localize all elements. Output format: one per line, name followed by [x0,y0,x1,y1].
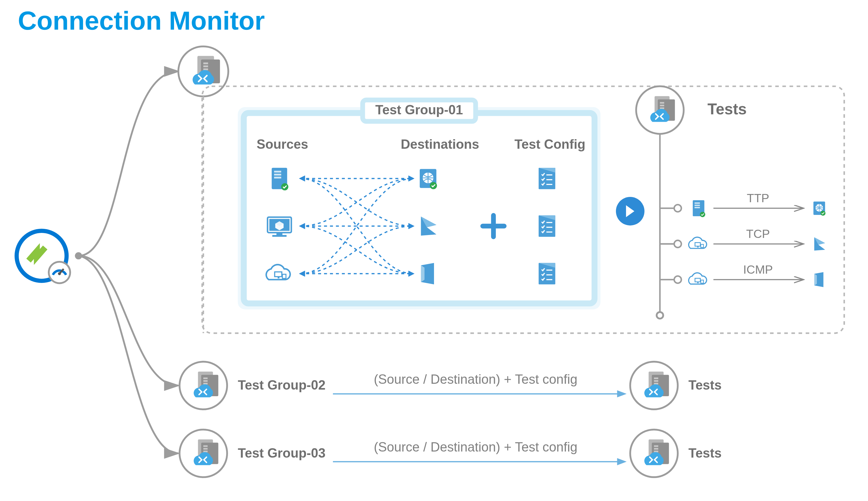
col-config: Test Config [514,137,585,151]
protocol-ttp: TTP [747,191,769,205]
svg-point-46 [674,276,681,283]
group2-tests: Tests [689,378,722,392]
svg-point-27 [58,272,61,275]
test-row-tcp: TCP [660,227,825,250]
group1-heading: Test Group-01 [375,103,463,117]
group1-node [178,46,228,96]
branch-1 [78,72,178,256]
tests-node [636,86,684,134]
protocol-tcp: TCP [746,227,770,241]
arrow-circle-icon [616,197,645,225]
dest-globe-icon [420,169,437,189]
source-server-icon [272,168,288,190]
svg-point-40 [674,205,681,212]
group2-mid: (Source / Destination) + Test config [374,372,577,386]
group2-row: Test Group-02 (Source / Destination) + T… [179,362,722,409]
tests-heading: Tests [707,100,747,118]
config-2-icon [539,215,556,237]
group3-row: Test Group-03 (Source / Destination) + T… [179,429,722,477]
config-1-icon [539,168,556,189]
group2-label: Test Group-02 [238,378,325,392]
group3-label: Test Group-03 [238,446,325,460]
svg-point-43 [674,240,681,247]
page-title: Connection Monitor [18,6,265,35]
dest-office-icon [421,263,434,285]
test-row-ttp: TTP [660,191,825,217]
col-destinations: Destinations [401,137,479,151]
branch-2 [78,256,178,386]
svg-point-38 [658,313,662,318]
root-node [17,231,70,283]
protocol-icmp: ICMP [743,263,773,276]
config-3-icon [539,263,556,285]
diagram-canvas: Connection Monitor Test Group-01 Sources [0,0,868,500]
branch-3 [78,256,178,454]
test-row-icmp: ICMP [660,263,823,287]
group3-tests: Tests [689,446,722,460]
col-sources: Sources [256,137,308,151]
group3-mid: (Source / Destination) + Test config [374,440,577,454]
